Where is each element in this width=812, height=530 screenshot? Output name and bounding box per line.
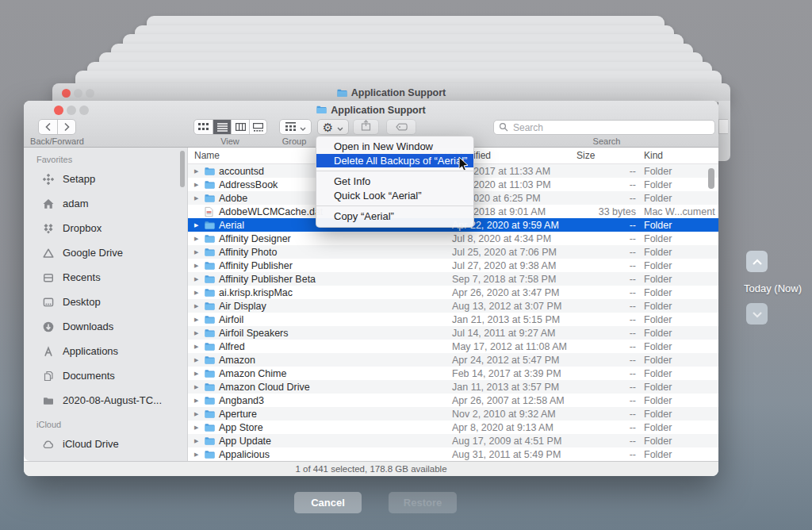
group-button[interactable] [279,119,312,135]
file-row-amazon-cloud-drive[interactable]: ▶Amazon Cloud DriveJan 11, 2013 at 3:57 … [188,380,718,394]
disclosure-triangle-icon[interactable]: ▶ [194,424,198,431]
file-row-airfoil[interactable]: ▶AirfoilJan 21, 2013 at 5:15 PM--Folder [188,313,718,326]
file-row-amazon-chime[interactable]: ▶Amazon ChimeFeb 14, 2017 at 3:39 PM--Fo… [188,367,718,380]
disclosure-triangle-icon[interactable]: ▶ [194,182,198,188]
file-row-air-display[interactable]: ▶Air DisplayAug 13, 2012 at 3:07 PM--Fol… [188,299,718,313]
disclosure-triangle-icon[interactable]: ▶ [194,290,198,296]
disclosure-triangle-icon[interactable]: ▶ [194,303,198,309]
file-row-amazon[interactable]: ▶AmazonApr 24, 2012 at 5:47 PM--Folder [188,353,718,367]
icon-view-icon[interactable] [194,120,213,134]
sidebar-item-downloads[interactable]: Downloads [24,314,187,339]
file-size: -- [569,355,636,366]
menu-item-delete-all-backups-of-aerial[interactable]: Delete All Backups of “Aerial” [316,154,473,168]
column-view-icon[interactable] [231,120,249,134]
menu-separator [316,171,473,171]
forward-button[interactable] [57,120,75,134]
disclosure-triangle-icon[interactable]: ▶ [194,263,198,269]
disclosure-triangle-icon[interactable]: ▶ [194,357,198,363]
sidebar-scrollbar[interactable] [180,151,185,187]
back-button[interactable] [39,120,57,134]
file-row-app-store[interactable]: ▶App StoreApr 8, 2020 at 9:13 AM--Folder [188,421,718,434]
sidebar-item-applications[interactable]: Applications [24,339,187,363]
disclosure-triangle-icon[interactable]: ▶ [194,168,198,175]
column-header-size[interactable]: Size [576,150,595,161]
column-header-name[interactable]: Name [194,150,220,161]
disclosure-triangle-icon[interactable]: ▶ [194,438,198,444]
sidebar-item-desktop[interactable]: Desktop [24,290,187,314]
disclosure-triangle-icon[interactable]: ▶ [194,398,198,404]
sidebar-item-icloud-drive[interactable]: iCloud Drive [24,432,187,456]
file-date-modified: Aug 31, 2011 at 5:49 PM [452,449,561,460]
disclosure-triangle-icon[interactable]: ▶ [194,222,198,229]
list-scrollbar[interactable] [708,168,714,189]
disclosure-triangle-icon[interactable]: ▶ [194,276,198,282]
file-date-modified: Jul 8, 2020 at 4:34 PM [452,233,551,244]
folder-icon [205,275,215,283]
disclosure-triangle-icon[interactable]: ▶ [194,236,198,242]
file-size: -- [569,301,636,312]
disclosure-triangle-icon[interactable]: ▶ [194,384,198,390]
disclosure-triangle-icon[interactable]: ▶ [194,249,198,255]
file-size: -- [569,409,636,420]
folder-icon [316,106,327,114]
search-input[interactable] [511,121,710,134]
file-row-affinity-designer[interactable]: ▶Affinity DesignerJul 8, 2020 at 4:34 PM… [188,232,718,245]
file-row-airfoil-speakers[interactable]: ▶Airfoil SpeakersJul 14, 2011 at 9:27 AM… [188,326,718,340]
file-row-affinity-publisher[interactable]: ▶Affinity PublisherJul 27, 2020 at 9:38 … [188,259,718,272]
file-kind: Folder [644,409,672,420]
disclosure-triangle-icon[interactable]: ▶ [194,451,198,458]
restore-button[interactable]: Restore [389,492,457,513]
folder-icon [205,328,215,337]
sidebar-item-dropbox[interactable]: Dropbox [24,216,187,240]
sidebar: FavoritesSetappadamDropboxGoogle DriveRe… [24,148,188,461]
sidebar-item-recents[interactable]: Recents [24,265,187,290]
file-row-affinity-photo[interactable]: ▶Affinity PhotoJul 25, 2020 at 7:06 PM--… [188,245,718,259]
file-row-app-update[interactable]: ▶App UpdateAug 17, 2009 at 4:51 PM--Fold… [188,434,718,447]
file-row-alfred[interactable]: ▶AlfredMay 17, 2012 at 11:08 AM--Folder [188,340,718,353]
file-row-appalicious[interactable]: ▶AppaliciousAug 31, 2011 at 5:49 PM--Fol… [188,447,718,461]
file-row-aperture[interactable]: ▶ApertureNov 2, 2010 at 9:32 AM--Folder [188,407,718,421]
file-row-ai-krisp-krispmac[interactable]: ▶ai.krisp.krispMacApr 26, 2020 at 3:47 P… [188,286,718,299]
sidebar-item-documents[interactable]: Documents [24,363,187,388]
disclosure-triangle-icon[interactable]: ▶ [194,317,198,323]
list-view-icon[interactable] [213,120,231,134]
file-kind: Folder [644,382,672,393]
sidebar-item-adam[interactable]: adam [24,191,187,216]
file-name: Affinity Photo [219,247,277,258]
disclosure-triangle-icon[interactable]: ▶ [194,344,198,350]
timeline-back-button[interactable] [746,251,768,272]
gallery-view-icon[interactable] [249,120,266,134]
share-button [353,119,379,135]
sidebar-item-google-drive[interactable]: Google Drive [24,240,187,265]
file-date-modified: 2018 at 9:01 AM [473,206,546,217]
disclosure-triangle-icon[interactable]: ▶ [194,411,198,417]
sidebar-item-2020-08-august-tc[interactable]: 2020-08-August-TC... [24,388,187,413]
file-kind: Mac W...cument [644,206,715,217]
desktop-icon [41,295,55,309]
sidebar-item-label: Setapp [63,173,95,185]
file-name: Amazon Chime [219,368,286,379]
disclosure-triangle-icon[interactable]: ▶ [194,330,198,336]
action-menu-button[interactable]: ⚙ [317,119,349,135]
column-header-kind[interactable]: Kind [644,150,663,161]
tag-button [386,119,416,135]
file-row-angband3[interactable]: ▶Angband3Apr 26, 2007 at 12:58 AM--Folde… [188,394,718,407]
folder-icon [205,423,215,432]
file-kind: Folder [644,436,672,447]
sidebar-item-setapp[interactable]: Setapp [24,167,187,191]
disclosure-triangle-icon[interactable]: ▶ [194,371,198,377]
timeline-forward-button[interactable] [746,303,768,325]
cancel-button[interactable]: Cancel [294,492,362,513]
menu-item-get-info[interactable]: Get Info [316,175,473,189]
menu-item-quick-look-aerial[interactable]: Quick Look “Aerial” [316,189,473,203]
menu-item-open-in-new-window[interactable]: Open in New Window [316,140,473,154]
menu-item-copy-aerial[interactable]: Copy “Aerial” [316,209,473,224]
file-name: Amazon [219,355,255,366]
sidebar-item-label: Downloads [63,321,113,332]
file-date-modified: Jul 14, 2011 at 9:27 AM [452,328,555,339]
search-field[interactable] [493,120,715,135]
disclosure-triangle-icon[interactable]: ▶ [194,195,198,202]
file-name: Affinity Publisher Beta [219,274,316,285]
file-date-modified: Jan 11, 2013 at 3:57 PM [452,382,559,393]
file-row-affinity-publisher-beta[interactable]: ▶Affinity Publisher BetaSep 7, 2018 at 7… [188,272,718,286]
